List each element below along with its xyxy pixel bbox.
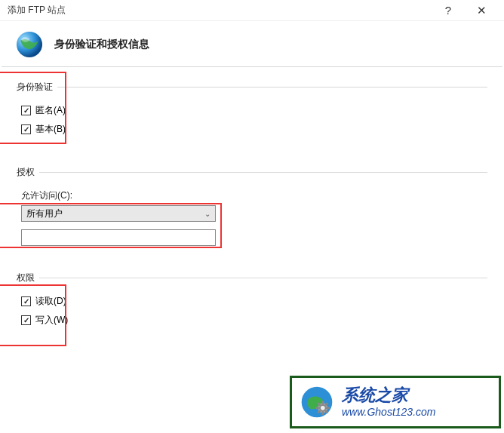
checkbox-icon bbox=[21, 315, 31, 325]
select-value: 所有用户 bbox=[26, 207, 63, 220]
authorization-group: 授权 允许访问(C): 所有用户 ⌄ bbox=[17, 166, 487, 259]
checkbox-label: 写入(W) bbox=[35, 314, 68, 327]
checkbox-icon bbox=[21, 124, 31, 134]
checkbox-icon bbox=[21, 296, 31, 306]
page-title: 身份验证和授权信息 bbox=[54, 38, 149, 51]
watermark-title: 系统之家 bbox=[342, 385, 436, 405]
allow-access-select[interactable]: 所有用户 ⌄ bbox=[21, 205, 216, 222]
svg-point-8 bbox=[321, 406, 325, 410]
help-button[interactable]: ? bbox=[432, 0, 465, 21]
watermark-url: www.Ghost123.com bbox=[342, 406, 436, 419]
checkbox-read[interactable]: 读取(D) bbox=[21, 295, 487, 308]
close-button[interactable]: ✕ bbox=[465, 0, 498, 21]
svg-point-1 bbox=[22, 37, 30, 42]
auth-group: 身份验证 匿名(A) 基本(B) bbox=[17, 81, 487, 142]
checkbox-icon bbox=[21, 106, 31, 115]
authorization-legend: 授权 bbox=[17, 166, 39, 179]
globe-icon bbox=[14, 29, 45, 60]
allow-access-textbox[interactable] bbox=[21, 229, 216, 246]
window-title: 添加 FTP 站点 bbox=[8, 4, 432, 17]
auth-legend: 身份验证 bbox=[17, 81, 57, 94]
titlebar: 添加 FTP 站点 ? ✕ bbox=[0, 0, 504, 21]
permissions-group: 权限 读取(D) 写入(W) bbox=[17, 272, 487, 333]
content-area: 身份验证 匿名(A) 基本(B) 授权 允许访问(C): 所有用户 ⌄ 权限 读… bbox=[0, 67, 504, 333]
permissions-legend: 权限 bbox=[17, 272, 39, 284]
checkbox-write[interactable]: 写入(W) bbox=[21, 314, 487, 327]
chevron-down-icon: ⌄ bbox=[204, 210, 211, 218]
checkbox-basic[interactable]: 基本(B) bbox=[21, 123, 487, 136]
allow-access-label: 允许访问(C): bbox=[21, 189, 487, 202]
header: 身份验证和授权信息 bbox=[0, 21, 504, 66]
checkbox-label: 匿名(A) bbox=[35, 104, 66, 117]
checkbox-label: 读取(D) bbox=[35, 295, 66, 308]
checkbox-anonymous[interactable]: 匿名(A) bbox=[21, 104, 487, 117]
checkbox-label: 基本(B) bbox=[35, 123, 66, 136]
gear-globe-icon bbox=[298, 383, 336, 421]
watermark: 系统之家 www.Ghost123.com bbox=[290, 376, 501, 428]
